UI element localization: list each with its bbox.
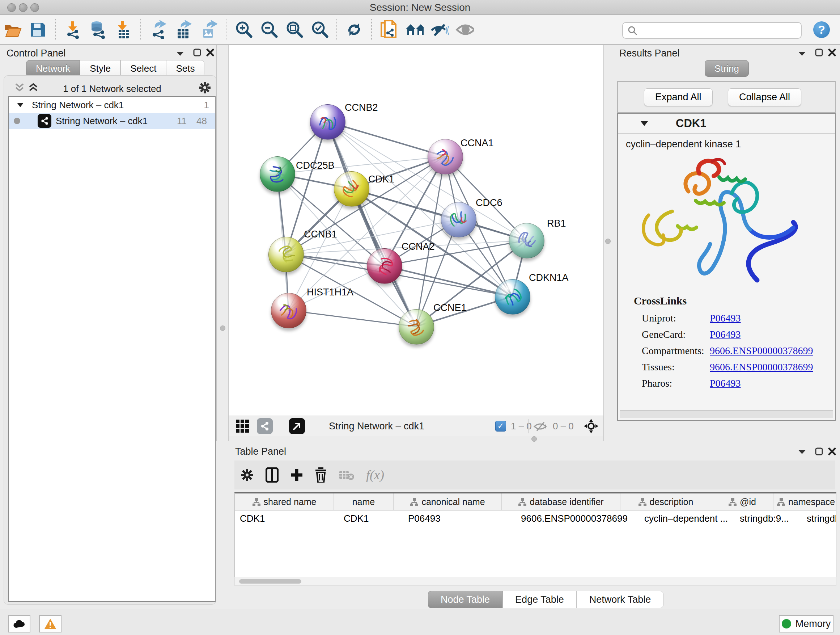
import-network-file-button[interactable] [63,20,82,39]
tab-select[interactable]: Select [120,60,166,77]
right-splitter-handle[interactable] [605,239,611,244]
fit-selected-crosshair-icon[interactable] [584,419,598,433]
string-document-button[interactable] [379,20,398,39]
open-session-button[interactable] [3,20,22,39]
tab-sets[interactable]: Sets [166,60,204,77]
export-network-button[interactable] [149,20,167,39]
tab-node-table[interactable]: Node Table [428,591,502,608]
bottom-splitter-handle[interactable] [531,436,537,442]
graphics-details-button[interactable] [430,20,449,39]
zoom-fit-button[interactable] [285,20,303,39]
float-panel-icon[interactable] [815,49,823,57]
birds-eye-icon[interactable] [289,418,305,434]
zoom-selected-button[interactable] [310,20,329,39]
close-panel-icon[interactable] [206,49,214,57]
search-input[interactable] [639,25,797,36]
grid-view-icon[interactable] [235,419,249,433]
float-panel-icon[interactable] [193,49,201,57]
expand-all-tree-icon[interactable] [14,82,25,93]
network-node-CDK1[interactable] [334,171,369,207]
import-table-button[interactable] [114,20,133,39]
network-node-CDC25B[interactable] [260,157,295,192]
refresh-view-button[interactable] [345,20,363,39]
network-edge[interactable] [288,310,416,326]
network-share-icon[interactable] [257,418,273,434]
network-node-CCNA1[interactable] [428,139,463,174]
network-options-gear-icon[interactable] [198,81,211,94]
cloud-status-button[interactable] [8,615,30,632]
crosslink-link[interactable]: 9606.ENSP00000378699 [710,361,813,373]
export-image-button[interactable] [199,20,218,39]
table-horizontal-scrollbar[interactable] [234,578,836,586]
warning-status-button[interactable] [39,615,62,632]
zoom-in-button[interactable] [234,20,253,39]
selected-nodes-checkbox[interactable]: ✓ [495,421,506,432]
save-session-button[interactable] [28,20,47,39]
import-network-database-button[interactable] [88,20,107,39]
left-splitter[interactable] [216,45,229,441]
bottom-splitter[interactable] [229,436,603,441]
network-node-CCNB2[interactable] [310,104,346,140]
close-panel-icon[interactable] [828,49,836,57]
table-cell[interactable]: cyclin–dependent ... [639,510,735,526]
table-row[interactable]: CDK1CDK1P064939606.ENSP00000378699cyclin… [235,510,836,526]
column-header-@id[interactable]: @id [711,494,774,510]
home-button[interactable] [405,20,424,39]
network-canvas[interactable]: CCNB2CCNA1CDC25BCDK1CDC6RB1CCNB1CCNA2CDK… [229,45,603,416]
table-cell[interactable]: P06493 [403,510,516,526]
tab-edge-table[interactable]: Edge Table [502,591,576,608]
crosslink-link[interactable]: 9606.ENSP00000378699 [710,345,813,356]
table-cell[interactable]: CDK1 [235,510,339,526]
table-settings-gear-icon[interactable] [240,468,254,482]
table-cell[interactable]: stringdb [802,510,836,526]
network-node-CCNE1[interactable] [399,309,434,345]
column-header-name[interactable]: name [334,494,393,510]
column-header-description[interactable]: description [621,494,711,510]
column-header-database-identifier[interactable]: database identifier [502,494,621,510]
network-node-CCNB1[interactable] [268,237,304,272]
help-button[interactable]: ? [813,21,830,38]
tab-network[interactable]: Network [26,60,80,77]
column-header-namespace[interactable]: namespace [774,494,836,510]
crosslink-link[interactable]: P06493 [710,378,741,389]
tab-network-table[interactable]: Network Table [576,591,664,608]
float-panel-icon[interactable] [815,448,823,455]
tree-expander-icon[interactable] [17,103,24,108]
column-header-canonical-name[interactable]: canonical name [393,494,502,510]
show-columns-icon[interactable] [265,467,279,483]
crosslink-link[interactable]: P06493 [710,312,741,324]
network-edge[interactable] [327,122,445,157]
network-node-HIST1H1A[interactable] [271,293,306,328]
network-collection-row[interactable]: String Network – cdk1 1 [9,97,215,113]
network-row-selected[interactable]: String Network – cdk1 11 48 [9,113,215,129]
network-node-CCNA2[interactable] [367,249,402,284]
scrollbar-thumb[interactable] [239,579,302,584]
collapse-panel-icon[interactable] [176,51,185,57]
table-cell[interactable]: 9606.ENSP00000378699 [516,510,639,526]
expand-all-button[interactable]: Expand All [644,88,713,106]
collapse-panel-icon[interactable] [798,51,806,57]
collapse-panel-icon[interactable] [798,449,806,455]
collapse-all-tree-icon[interactable] [28,82,39,93]
tab-style[interactable]: Style [80,60,120,77]
memory-button[interactable]: Memory [779,615,834,632]
export-table-button[interactable] [174,20,193,39]
network-node-RB1[interactable] [509,223,545,258]
node-table[interactable]: shared namenamecanonical namedatabase id… [234,492,836,578]
crosslink-link[interactable]: P06493 [710,329,741,340]
network-edge[interactable] [384,266,512,296]
function-builder-button[interactable]: f(x) [366,467,384,483]
close-panel-icon[interactable] [828,448,836,455]
network-node-CDKN1A[interactable] [495,279,531,315]
collapse-all-button[interactable]: Collapse All [728,88,801,106]
column-header-shared-name[interactable]: shared name [235,494,334,510]
gene-expander-icon[interactable] [640,121,648,126]
network-node-CDC6[interactable] [441,202,477,238]
table-cell[interactable]: CDK1 [339,510,403,526]
tab-string[interactable]: String [705,60,749,77]
delete-column-icon[interactable] [315,467,327,483]
gene-card-header[interactable]: CDK1 [618,114,835,134]
add-column-icon[interactable] [290,469,303,481]
zoom-out-button[interactable] [259,20,278,39]
table-cell[interactable]: stringdb:9... [735,510,802,526]
